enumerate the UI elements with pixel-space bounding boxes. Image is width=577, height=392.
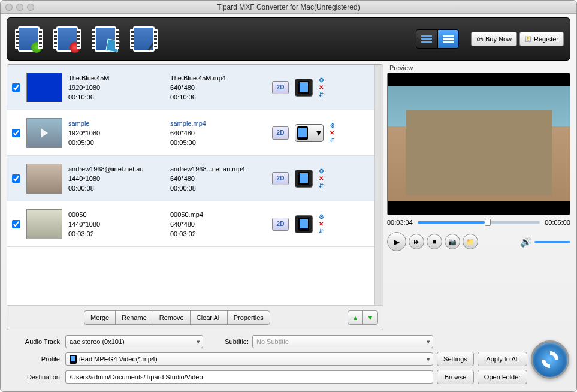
svg-rect-3 [443, 35, 454, 37]
key-icon: ⚿ [525, 35, 531, 43]
seek-bar[interactable] [418, 221, 540, 224]
move-down-button[interactable]: ▼ [362, 310, 378, 325]
remove-button[interactable]: Remove [153, 310, 191, 325]
view-list-button[interactable] [416, 29, 437, 49]
ipad-icon [298, 172, 309, 185]
file-row[interactable]: The.Blue.45M1920*108000:10:06 The.Blue.4… [7, 65, 374, 110]
time-total: 00:05:00 [545, 219, 570, 226]
audio-track-select[interactable]: aac stereo (0x101) [65, 335, 203, 348]
move-up-button[interactable]: ▲ [348, 310, 363, 325]
2d-badge[interactable]: 2D [272, 81, 289, 94]
ipad-icon [298, 218, 309, 231]
row-checkbox[interactable] [12, 129, 20, 137]
svg-rect-2 [421, 41, 432, 43]
profile-label: Profile: [8, 355, 62, 363]
add-file-button[interactable] [13, 23, 44, 55]
snapshot-button[interactable]: 📷 [445, 234, 460, 249]
thumbnail[interactable] [26, 118, 62, 148]
svg-rect-0 [421, 35, 432, 37]
delete-icon[interactable]: ✕ [319, 84, 324, 91]
audio-track-label: Audio Track: [8, 338, 62, 345]
titlebar: Tipard MXF Converter for Mac(Unregistere… [1, 1, 576, 14]
ipad-icon [298, 81, 309, 94]
subtitle-label: Subtitle: [207, 338, 249, 345]
file-row[interactable]: andrew1968@iinet.net.au1440*108000:00:08… [7, 156, 374, 201]
convert-button[interactable] [531, 340, 569, 379]
rename-button[interactable]: Rename [115, 310, 153, 325]
subtitle-select[interactable]: No Subtitle [252, 335, 433, 348]
settings-icon[interactable]: ⚙ [319, 77, 324, 83]
settings-icon[interactable]: ⚙ [319, 213, 324, 220]
open-snapshot-folder-button[interactable]: 📁 [463, 234, 478, 249]
svg-rect-1 [421, 38, 432, 40]
destination-input[interactable]: /Users/admin/Documents/Tipard Studio/Vid… [65, 370, 433, 384]
svg-rect-4 [443, 38, 454, 40]
reorder-icon[interactable]: ⇵ [330, 137, 335, 143]
device-button[interactable] [295, 170, 313, 188]
reorder-icon[interactable]: ⇵ [319, 228, 324, 234]
reorder-icon[interactable]: ⇵ [319, 182, 324, 189]
buy-now-button[interactable]: 🛍Buy Now [471, 32, 517, 46]
apply-to-all-button[interactable]: Apply to All [478, 352, 527, 366]
open-folder-button[interactable]: Open Folder [478, 370, 527, 384]
row-checkbox[interactable] [12, 83, 20, 92]
2d-badge[interactable]: 2D [272, 218, 289, 231]
device-dropdown[interactable]: ▾ [295, 124, 324, 142]
profile-select[interactable]: iPad MPEG4 Video(*.mp4) [65, 352, 433, 366]
row-checkbox[interactable] [12, 174, 20, 183]
stop-button[interactable]: ■ [427, 234, 442, 249]
ipad-icon [297, 126, 308, 140]
chevron-down-icon: ▾ [316, 127, 321, 138]
thumbnail[interactable] [26, 209, 62, 239]
settings-icon[interactable]: ⚙ [319, 168, 324, 174]
reorder-icon[interactable]: ⇵ [319, 91, 324, 98]
main-toolbar: 🛍Buy Now ⚿Register [7, 17, 570, 61]
device-button[interactable] [295, 215, 313, 233]
2d-badge[interactable]: 2D [272, 126, 289, 140]
edit-button[interactable] [128, 23, 159, 55]
play-button[interactable]: ▶ [387, 232, 406, 251]
window-title: Tipard MXF Converter for Mac(Unregistere… [1, 3, 576, 11]
destination-label: Destination: [8, 373, 62, 381]
svg-rect-5 [443, 41, 454, 43]
preview-player[interactable] [387, 73, 570, 215]
settings-button[interactable]: Settings [437, 352, 474, 366]
properties-button[interactable]: Properties [227, 310, 270, 325]
register-button[interactable]: ⚿Register [519, 32, 564, 46]
ipad-icon [70, 355, 77, 364]
row-checkbox[interactable] [12, 220, 20, 228]
volume-slider[interactable] [534, 241, 570, 243]
file-list: The.Blue.45M1920*108000:10:06 The.Blue.4… [7, 65, 374, 305]
thumbnail[interactable] [26, 164, 62, 194]
delete-icon[interactable]: ✕ [319, 221, 324, 227]
2d-badge[interactable]: 2D [272, 172, 289, 185]
time-current: 00:03:04 [387, 219, 413, 226]
file-row[interactable]: 000501440*108000:03:02 00050.mp4640*4800… [7, 201, 374, 247]
thumbnail[interactable] [26, 73, 62, 102]
volume-icon[interactable]: 🔊 [520, 236, 532, 248]
file-row[interactable]: sample1920*108000:05:00 sample.mp4640*48… [7, 110, 374, 156]
device-button[interactable] [295, 79, 313, 97]
view-thumb-button[interactable] [437, 29, 459, 49]
delete-icon[interactable]: ✕ [330, 129, 335, 136]
3d-button[interactable] [90, 23, 121, 55]
scrollbar[interactable] [374, 65, 383, 305]
preview-label: Preview [387, 64, 570, 73]
cart-icon: 🛍 [476, 35, 483, 43]
browse-button[interactable]: Browse [437, 370, 474, 384]
settings-icon[interactable]: ⚙ [330, 122, 335, 129]
delete-icon[interactable]: ✕ [319, 175, 324, 182]
next-button[interactable]: ⏭ [409, 234, 424, 249]
merge-button[interactable]: Merge [84, 310, 116, 325]
clear-all-button[interactable]: Clear All [190, 310, 228, 325]
trim-button[interactable] [52, 23, 83, 55]
